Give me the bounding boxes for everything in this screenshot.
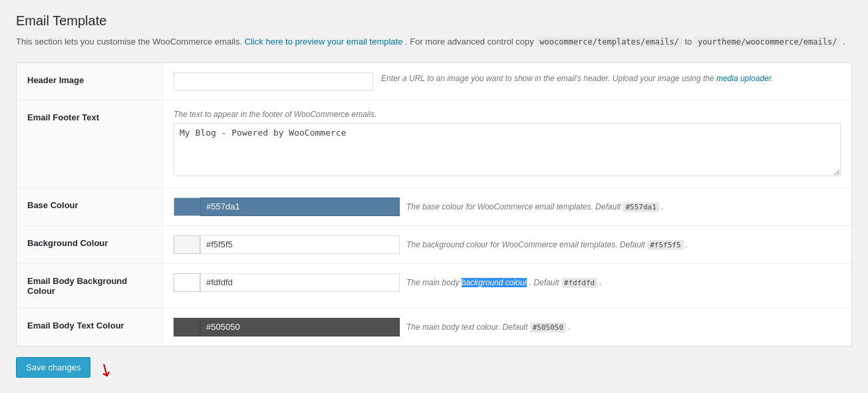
label-email-footer-text: Email Footer Text (17, 100, 163, 188)
cell-header-image: Enter a URL to an image you want to show… (163, 63, 852, 100)
footer-text-description: The text to appear in the footer of WooC… (174, 110, 841, 119)
header-image-input[interactable] (174, 72, 373, 90)
row-email-body-background: Email Body Background Colour The main bo… (17, 263, 852, 308)
row-email-body-text-colour: Email Body Text Colour The main body tex… (17, 308, 852, 346)
body-text-colour-default: #505050 (530, 323, 566, 332)
body-text-colour-hint: The main body text colour. Default #5050… (406, 323, 571, 332)
body-background-swatch (174, 273, 200, 292)
body-background-hint: The main body background colour . Defaul… (406, 278, 602, 287)
cell-email-body-background: The main body background colour . Defaul… (163, 263, 852, 308)
body-background-input[interactable] (200, 273, 400, 292)
save-button[interactable]: Save changes (16, 357, 90, 378)
background-colour-hint: The background colour for WooCommerce em… (406, 240, 688, 249)
settings-table: Header Image Enter a URL to an image you… (16, 63, 852, 346)
background-colour-default: #f5f5f5 (647, 240, 683, 250)
page-title: Email Template (16, 13, 852, 29)
row-background-colour: Background Colour The background colour … (17, 225, 852, 263)
body-text-colour-swatch (174, 318, 200, 336)
code-path-1: woocommerce/templates/emails/ (536, 37, 682, 47)
body-background-picker[interactable] (174, 273, 400, 292)
cell-background-colour: The background colour for WooCommerce em… (163, 225, 852, 263)
code-path-2: yourtheme/woocommerce/emails/ (694, 37, 841, 47)
page-description: This section lets you customise the WooC… (16, 35, 852, 49)
body-background-hint-highlight: background colour (462, 278, 527, 287)
header-image-note: Enter a URL to an image you want to show… (381, 72, 774, 84)
cell-base-colour: The base colour for WooCommerce email te… (163, 188, 852, 225)
base-colour-swatch (174, 197, 200, 216)
label-header-image: Header Image (17, 63, 163, 100)
cell-email-footer-text: The text to appear in the footer of WooC… (163, 100, 852, 188)
base-colour-input[interactable] (200, 197, 400, 216)
background-colour-input[interactable] (200, 235, 400, 254)
body-text-colour-input[interactable] (200, 318, 400, 336)
preview-link[interactable]: Click here to preview your email templat… (245, 37, 403, 47)
background-colour-picker[interactable] (174, 235, 400, 254)
row-email-footer-text: Email Footer Text The text to appear in … (17, 100, 852, 188)
media-uploader-link[interactable]: media uploader (716, 74, 771, 83)
row-base-colour: Base Colour The base colour for WooComme… (17, 188, 852, 225)
email-footer-textarea[interactable]: My Blog - Powered by WooCommerce (174, 123, 841, 176)
row-header-image: Header Image Enter a URL to an image you… (17, 63, 852, 100)
base-colour-picker[interactable] (174, 197, 400, 216)
label-email-body-text-colour: Email Body Text Colour (17, 308, 163, 346)
label-email-body-background: Email Body Background Colour (17, 263, 163, 308)
body-text-colour-picker[interactable] (174, 318, 400, 336)
cell-email-body-text-colour: The main body text colour. Default #5050… (163, 308, 852, 346)
background-colour-swatch (174, 235, 200, 254)
label-base-colour: Base Colour (17, 188, 163, 225)
body-background-default: #fdfdfd (561, 278, 597, 288)
base-colour-default: #557da1 (623, 202, 658, 212)
save-section: Save changes ↙ (16, 357, 852, 378)
label-background-colour: Background Colour (17, 225, 163, 263)
base-colour-hint: The base colour for WooCommerce email te… (406, 202, 664, 211)
arrow-indicator: ↙ (94, 357, 118, 382)
